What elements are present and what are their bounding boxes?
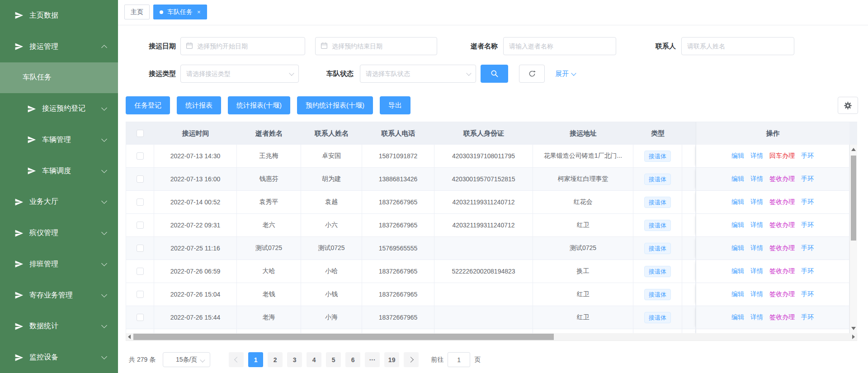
row-checkbox[interactable] bbox=[137, 152, 144, 160]
sidebar-item[interactable]: 数据统计 bbox=[0, 311, 118, 342]
wristband-link[interactable]: 手环 bbox=[801, 175, 814, 183]
date-start-input[interactable] bbox=[180, 37, 305, 55]
process-link[interactable]: 回车办理 bbox=[769, 152, 795, 160]
sidebar-item[interactable]: 寄存业务管理 bbox=[0, 280, 118, 311]
toolbar-button[interactable]: 统计报表(十堰) bbox=[228, 96, 290, 114]
process-link[interactable]: 签收办理 bbox=[769, 175, 795, 183]
toolbar-button[interactable]: 统计报表 bbox=[177, 96, 221, 114]
edit-link[interactable]: 编辑 bbox=[731, 313, 744, 321]
scroll-right-button[interactable] bbox=[850, 333, 857, 340]
sidebar-item[interactable]: 接运管理 bbox=[0, 31, 118, 62]
wristband-link[interactable]: 手环 bbox=[801, 313, 814, 321]
edit-link[interactable]: 编辑 bbox=[731, 267, 744, 275]
row-checkbox[interactable] bbox=[137, 245, 144, 252]
detail-link[interactable]: 详情 bbox=[750, 313, 763, 321]
row-checkbox[interactable] bbox=[137, 314, 144, 321]
process-link[interactable]: 签收办理 bbox=[769, 290, 795, 298]
sidebar-item[interactable]: 排班管理 bbox=[0, 249, 118, 280]
detail-link[interactable]: 详情 bbox=[750, 198, 763, 206]
toolbar-button[interactable]: 任务登记 bbox=[126, 96, 170, 114]
search-button[interactable] bbox=[481, 65, 508, 83]
edit-link[interactable]: 编辑 bbox=[731, 221, 744, 229]
tab-close-icon[interactable]: × bbox=[197, 9, 201, 15]
wristband-link[interactable]: 手环 bbox=[801, 290, 814, 298]
filter-panel: 接运日期 bbox=[118, 25, 868, 92]
page-number-button[interactable]: ··· bbox=[365, 352, 380, 367]
cell-idcard bbox=[434, 306, 533, 329]
page-number-button[interactable]: 1 bbox=[248, 352, 263, 367]
row-checkbox[interactable] bbox=[137, 291, 144, 298]
detail-link[interactable]: 详情 bbox=[750, 221, 763, 229]
wristband-link[interactable]: 手环 bbox=[801, 152, 814, 160]
tab[interactable]: 车队任务 × bbox=[153, 5, 207, 19]
date-end-input[interactable] bbox=[315, 37, 437, 55]
cell-contact: 袁越 bbox=[301, 191, 362, 213]
next-page-button[interactable] bbox=[404, 352, 419, 367]
sidebar-item[interactable]: 业务大厅 bbox=[0, 187, 118, 218]
column-settings-button[interactable] bbox=[838, 97, 858, 114]
edit-link[interactable]: 编辑 bbox=[731, 152, 744, 160]
reset-button[interactable] bbox=[519, 65, 545, 83]
process-link[interactable]: 签收办理 bbox=[769, 198, 795, 206]
page-number-button[interactable]: 5 bbox=[326, 352, 341, 367]
detail-link[interactable]: 详情 bbox=[750, 267, 763, 275]
page-size-select[interactable]: 15条/页 bbox=[163, 352, 210, 367]
select-all-checkbox[interactable] bbox=[137, 130, 144, 137]
cell-type: 接遗体 bbox=[633, 168, 682, 190]
transfer-type-select[interactable] bbox=[180, 65, 299, 83]
type-badge: 接遗体 bbox=[644, 266, 671, 277]
sidebar-item[interactable]: 车辆管理 bbox=[0, 124, 118, 156]
vertical-scrollbar[interactable] bbox=[849, 145, 857, 333]
row-checkbox[interactable] bbox=[137, 175, 144, 183]
scroll-up-button[interactable] bbox=[850, 146, 857, 153]
contact-input[interactable] bbox=[681, 37, 794, 55]
expand-link[interactable]: 展开 bbox=[555, 70, 576, 78]
edit-link[interactable]: 编辑 bbox=[731, 198, 744, 206]
vertical-scrollbar-thumb[interactable] bbox=[851, 156, 856, 241]
fleet-status-select[interactable] bbox=[360, 65, 476, 83]
page-number-button[interactable]: 6 bbox=[345, 352, 360, 367]
edit-link[interactable]: 编辑 bbox=[731, 290, 744, 298]
process-link[interactable]: 签收办理 bbox=[769, 267, 795, 275]
row-checkbox[interactable] bbox=[137, 268, 144, 275]
row-checkbox[interactable] bbox=[137, 198, 144, 206]
deceased-name-input[interactable] bbox=[503, 37, 616, 55]
cell-type: 接遗体 bbox=[633, 145, 682, 167]
tab[interactable]: 主页 bbox=[124, 5, 150, 19]
edit-link[interactable]: 编辑 bbox=[731, 175, 744, 183]
wristband-link[interactable]: 手环 bbox=[801, 267, 814, 275]
edit-link[interactable]: 编辑 bbox=[731, 244, 744, 252]
scroll-down-button[interactable] bbox=[850, 325, 857, 332]
process-link[interactable]: 签收办理 bbox=[769, 221, 795, 229]
wristband-link[interactable]: 手环 bbox=[801, 198, 814, 206]
sidebar-item[interactable]: 主页数据 bbox=[0, 0, 118, 31]
detail-link[interactable]: 详情 bbox=[750, 244, 763, 252]
wristband-link[interactable]: 手环 bbox=[801, 221, 814, 229]
scroll-left-button[interactable] bbox=[126, 333, 132, 340]
sidebar-item[interactable]: 车队任务 bbox=[0, 62, 118, 94]
sidebar-item[interactable]: 殡仪管理 bbox=[0, 217, 118, 249]
page-number-button[interactable]: 4 bbox=[307, 352, 321, 367]
sidebar-item[interactable]: 监控设备 bbox=[0, 342, 118, 373]
chevron-icon bbox=[101, 136, 107, 142]
process-link[interactable]: 签收办理 bbox=[769, 313, 795, 321]
transfer-type-select-input[interactable] bbox=[180, 65, 299, 83]
row-checkbox[interactable] bbox=[137, 222, 144, 229]
detail-link[interactable]: 详情 bbox=[750, 290, 763, 298]
fleet-status-select-input[interactable] bbox=[360, 65, 476, 83]
page-number-button[interactable]: 3 bbox=[287, 352, 302, 367]
toolbar-button[interactable]: 预约统计报表(十堰) bbox=[297, 96, 373, 114]
process-link[interactable]: 签收办理 bbox=[769, 244, 795, 252]
horizontal-scrollbar-thumb[interactable] bbox=[133, 334, 554, 340]
sidebar-item[interactable]: 接运预约登记 bbox=[0, 93, 118, 124]
detail-link[interactable]: 详情 bbox=[750, 175, 763, 183]
goto-page-input[interactable] bbox=[448, 352, 470, 367]
wristband-link[interactable]: 手环 bbox=[801, 244, 814, 252]
prev-page-button[interactable] bbox=[229, 352, 244, 367]
page-number-button[interactable]: 2 bbox=[268, 352, 283, 367]
horizontal-scrollbar[interactable] bbox=[126, 333, 857, 341]
page-number-button[interactable]: 19 bbox=[384, 352, 399, 367]
detail-link[interactable]: 详情 bbox=[750, 152, 763, 160]
toolbar-button[interactable]: 导出 bbox=[380, 96, 410, 114]
sidebar-item[interactable]: 车辆调度 bbox=[0, 156, 118, 187]
